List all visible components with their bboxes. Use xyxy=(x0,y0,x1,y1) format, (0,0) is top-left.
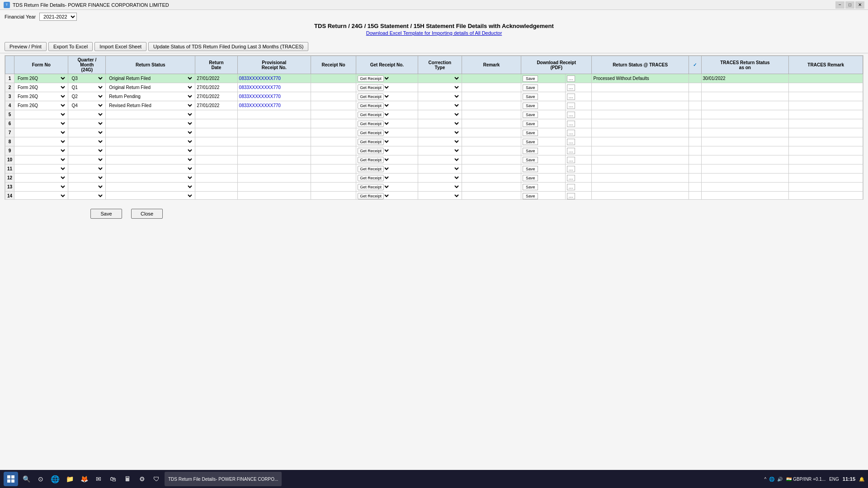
table-cell-correction-type[interactable] xyxy=(418,119,462,128)
get-receipt-button[interactable]: Get Receipt xyxy=(358,94,384,100)
table-cell-get-receipt[interactable]: Get Receipt ▼ xyxy=(356,164,418,174)
table-cell-save[interactable]: Save xyxy=(521,119,565,128)
table-cell-dots[interactable]: .... xyxy=(565,174,592,183)
table-cell-return-status[interactable]: Return Pending xyxy=(106,92,195,101)
table-cell-remark[interactable] xyxy=(462,155,521,164)
table-cell-remark[interactable] xyxy=(462,174,521,183)
get-receipt-button[interactable]: Get Receipt xyxy=(358,193,384,199)
tray-volume[interactable]: 🔊 xyxy=(777,477,783,482)
download-save-button[interactable]: Save xyxy=(523,75,538,82)
table-cell-save[interactable]: Save xyxy=(521,192,565,200)
table-cell-quarter[interactable]: Q4 xyxy=(68,101,106,110)
table-cell-dots[interactable]: .... xyxy=(565,119,592,128)
table-cell-quarter[interactable] xyxy=(68,110,106,119)
table-cell-get-receipt[interactable]: Get Receipt ▼ xyxy=(356,119,418,128)
dots-button[interactable]: .... xyxy=(567,94,575,100)
table-cell-dots[interactable]: .... xyxy=(565,164,592,174)
export-excel-button[interactable]: Export To Excel xyxy=(48,42,93,51)
table-cell-quarter[interactable] xyxy=(68,174,106,183)
table-cell-get-receipt[interactable]: Get Receipt ▼ xyxy=(356,92,418,101)
table-cell-return-status[interactable]: Original Return Filed xyxy=(106,74,195,83)
financial-year-select[interactable]: 2021-2022 2020-2021 2019-2020 xyxy=(39,13,77,21)
dots-button[interactable]: .... xyxy=(567,112,575,118)
table-cell-form-no[interactable] xyxy=(14,155,68,164)
table-cell-save[interactable]: Save xyxy=(521,164,565,174)
download-link[interactable]: Download Excel Template for Importing de… xyxy=(5,30,863,36)
dots-button[interactable]: .... xyxy=(567,130,575,136)
table-cell-dots[interactable]: .... xyxy=(565,101,592,110)
dots-button[interactable]: .... xyxy=(567,84,575,91)
table-cell-dots[interactable]: .... xyxy=(565,128,592,137)
download-save-button[interactable]: Save xyxy=(523,112,538,118)
tray-network[interactable]: 🌐 xyxy=(769,477,774,482)
table-cell-quarter[interactable] xyxy=(68,137,106,146)
table-cell-correction-type[interactable] xyxy=(418,128,462,137)
taskbar-task-view-icon[interactable]: ⊙ xyxy=(34,473,47,485)
dots-button[interactable]: .... xyxy=(567,166,575,172)
table-cell-remark[interactable] xyxy=(462,183,521,192)
table-cell-return-status[interactable]: Original Return Filed xyxy=(106,83,195,92)
table-cell-correction-type[interactable] xyxy=(418,101,462,110)
download-save-button[interactable]: Save xyxy=(523,193,538,199)
download-save-button[interactable]: Save xyxy=(523,103,538,109)
table-cell-quarter[interactable] xyxy=(68,128,106,137)
table-cell-get-receipt[interactable]: Get Receipt ▼ xyxy=(356,183,418,192)
table-cell-return-status[interactable] xyxy=(106,164,195,174)
get-receipt-button[interactable]: Get Receipt xyxy=(358,75,384,82)
taskbar-store-icon[interactable]: 🛍 xyxy=(107,473,119,485)
minimize-button[interactable]: − xyxy=(835,1,844,9)
download-save-button[interactable]: Save xyxy=(523,139,538,145)
table-cell-correction-type[interactable] xyxy=(418,83,462,92)
table-cell-quarter[interactable] xyxy=(68,183,106,192)
table-cell-quarter[interactable]: Q1 xyxy=(68,83,106,92)
table-cell-save[interactable]: Save xyxy=(521,174,565,183)
table-cell-remark[interactable] xyxy=(462,164,521,174)
table-cell-form-no[interactable]: Form 26Q xyxy=(14,101,68,110)
get-receipt-button[interactable]: Get Receipt xyxy=(358,112,384,118)
table-cell-form-no[interactable] xyxy=(14,128,68,137)
table-cell-return-status[interactable] xyxy=(106,110,195,119)
table-cell-dots[interactable]: .... xyxy=(565,92,592,101)
dots-button[interactable]: .... xyxy=(567,148,575,154)
maximize-button[interactable]: □ xyxy=(845,1,854,9)
table-cell-get-receipt[interactable]: Get Receipt ▼ xyxy=(356,155,418,164)
table-cell-remark[interactable] xyxy=(462,119,521,128)
table-cell-correction-type[interactable] xyxy=(418,183,462,192)
table-cell-return-status[interactable] xyxy=(106,137,195,146)
download-save-button[interactable]: Save xyxy=(523,184,538,190)
table-cell-remark[interactable] xyxy=(462,101,521,110)
table-cell-form-no[interactable]: Form 26Q xyxy=(14,83,68,92)
close-button[interactable]: Close xyxy=(131,209,163,219)
dots-button[interactable]: .... xyxy=(567,157,575,163)
table-cell-remark[interactable] xyxy=(462,92,521,101)
table-cell-correction-type[interactable] xyxy=(418,146,462,155)
table-cell-get-receipt[interactable]: Get Receipt ▼ xyxy=(356,192,418,200)
table-cell-remark[interactable] xyxy=(462,83,521,92)
table-cell-save[interactable]: Save xyxy=(521,146,565,155)
dots-button[interactable]: .... xyxy=(567,184,575,190)
get-receipt-button[interactable]: Get Receipt xyxy=(358,184,384,190)
download-save-button[interactable]: Save xyxy=(523,84,538,91)
taskbar-firefox-icon[interactable]: 🦊 xyxy=(78,473,90,485)
download-save-button[interactable]: Save xyxy=(523,175,538,181)
table-cell-form-no[interactable]: Form 26Q xyxy=(14,74,68,83)
table-cell-correction-type[interactable] xyxy=(418,92,462,101)
table-cell-get-receipt[interactable]: Get Receipt ▼ xyxy=(356,83,418,92)
taskbar-security-icon[interactable]: 🛡 xyxy=(150,473,163,485)
table-cell-dots[interactable]: .... xyxy=(565,74,592,83)
table-cell-get-receipt[interactable]: Get Receipt ▼ xyxy=(356,74,418,83)
table-cell-form-no[interactable]: Form 26Q xyxy=(14,92,68,101)
table-cell-dots[interactable]: .... xyxy=(565,137,592,146)
table-cell-return-status[interactable]: Revised Return Filed xyxy=(106,101,195,110)
import-excel-button[interactable]: Import Excel Sheet xyxy=(94,42,146,51)
get-receipt-button[interactable]: Get Receipt xyxy=(358,84,384,91)
close-button[interactable]: ✕ xyxy=(855,1,864,9)
table-cell-dots[interactable]: .... xyxy=(565,146,592,155)
table-cell-get-receipt[interactable]: Get Receipt ▼ xyxy=(356,137,418,146)
table-cell-form-no[interactable] xyxy=(14,164,68,174)
preview-print-button[interactable]: Preview / Print xyxy=(5,42,47,51)
table-cell-remark[interactable] xyxy=(462,192,521,200)
table-cell-correction-type[interactable] xyxy=(418,192,462,200)
table-cell-quarter[interactable] xyxy=(68,155,106,164)
table-cell-return-status[interactable] xyxy=(106,119,195,128)
